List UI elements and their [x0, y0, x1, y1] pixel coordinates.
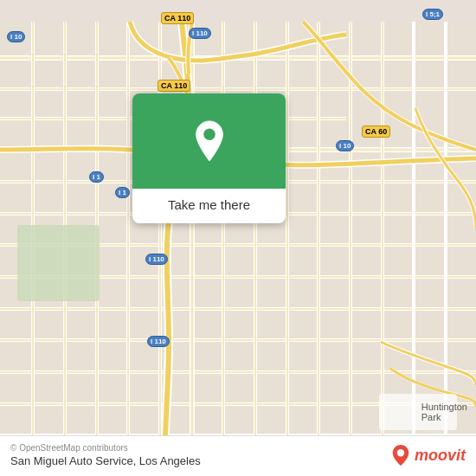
moovit-pin-icon: [391, 444, 410, 466]
road-badge-ca110-mid: CA 110: [158, 80, 190, 92]
road-badge-i10-right: I 10: [336, 140, 354, 151]
map-background: [0, 0, 476, 476]
road-badge-i10-topleft: I 10: [7, 31, 25, 42]
bottom-info: © OpenStreetMap contributors San Miguel …: [10, 443, 201, 467]
popup-content: Take me there: [132, 189, 286, 223]
map-attribution: © OpenStreetMap contributors: [10, 443, 201, 453]
bottom-bar: © OpenStreetMap contributors San Miguel …: [0, 435, 476, 476]
road-badge-ca60: CA 60: [362, 125, 390, 138]
map-container: CA 110 I 110 I 10 I 5;1 CA 110 CA 110 CA…: [0, 0, 476, 476]
svg-point-58: [397, 449, 404, 456]
road-badge-i110-mid: I 1: [89, 171, 104, 183]
road-badge-i5: I 5;1: [422, 9, 443, 20]
huntington-park-label: HuntingtonPark: [421, 402, 467, 422]
road-badge-i110-top: I 110: [189, 28, 211, 39]
road-badge-ca110-top: CA 110: [161, 12, 194, 24]
road-badge-i110-bottom: I 110: [147, 336, 170, 347]
moovit-logo: moovit: [391, 444, 466, 466]
moovit-text-label: moovit: [415, 447, 466, 465]
road-badge-i110-mid2: I 1: [115, 187, 130, 198]
popup-header: [132, 93, 286, 189]
location-pin-icon: [190, 119, 228, 163]
location-popup: Take me there: [132, 93, 286, 223]
road-badge-i110-lower: I 110: [145, 254, 168, 265]
svg-point-57: [203, 129, 215, 140]
take-me-there-button[interactable]: Take me there: [168, 197, 250, 212]
place-name-label: San Miguel Auto Service, Los Angeles: [10, 454, 201, 467]
svg-rect-55: [17, 225, 100, 301]
